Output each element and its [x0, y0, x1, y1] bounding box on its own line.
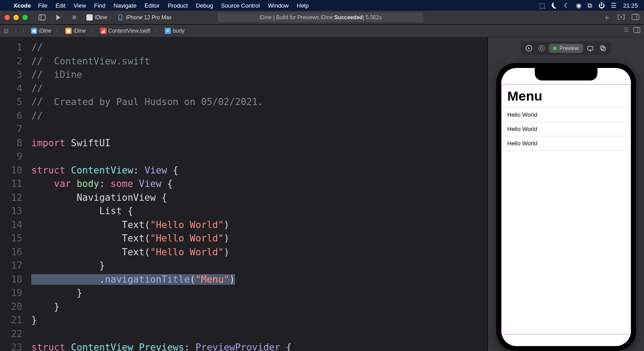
preview-canvas: Preview Menu Hello WorldHello WorldHello…	[488, 37, 644, 351]
globe-icon[interactable]: ◉	[576, 2, 581, 9]
code-line[interactable]: List {	[31, 204, 487, 218]
code-line[interactable]: // Created by Paul Hudson on 05/02/2021.	[31, 95, 487, 109]
minimap-toggle[interactable]: ☰	[624, 27, 629, 34]
line-number: 10	[0, 164, 22, 178]
menu-source-control[interactable]: Source Control	[221, 2, 260, 9]
menu-view[interactable]: View	[73, 2, 86, 9]
menu-file[interactable]: File	[38, 2, 47, 9]
code-line[interactable]: Text("Hello World")	[31, 218, 487, 232]
code-line[interactable]: .navigationTitle("Menu")	[31, 273, 487, 287]
app-name[interactable]: Xcode	[13, 2, 31, 9]
menu-debug[interactable]: Debug	[196, 2, 213, 9]
code-line[interactable]: }	[31, 259, 487, 273]
code-line[interactable]: // iDine	[31, 68, 487, 82]
svg-rect-14	[600, 46, 604, 50]
code-line[interactable]: struct ContentView_Previews: PreviewProv…	[31, 341, 487, 351]
menu-product[interactable]: Product	[168, 2, 188, 9]
line-number: 12	[0, 191, 22, 205]
menu-navigate[interactable]: Navigate	[114, 2, 136, 9]
code-line[interactable]: //	[31, 41, 487, 55]
close-window-button[interactable]	[4, 15, 10, 20]
activity-status[interactable]: iDine | Build for Previews iDine: Succee…	[218, 13, 423, 22]
code-line[interactable]: struct ContentView: View {	[31, 164, 487, 178]
code-line[interactable]: NavigationView {	[31, 191, 487, 205]
status-time: | 5.562s	[363, 14, 381, 21]
svg-rect-2	[73, 16, 76, 19]
stop-button[interactable]	[68, 13, 81, 22]
xcode-toolbar: iDine 〉 iPhone 12 Pro Max iDine | Build …	[0, 11, 644, 25]
code-line[interactable]: import SwiftUI	[31, 136, 487, 150]
code-line[interactable]	[31, 123, 487, 136]
list-item[interactable]: Hello World	[501, 108, 631, 122]
control-center-icon[interactable]: ☰	[611, 2, 617, 9]
menu-help[interactable]: Help	[297, 2, 309, 9]
nav-back-button[interactable]: 〈	[12, 27, 17, 34]
adjust-editor-options[interactable]	[633, 27, 640, 34]
crumb-project[interactable]: ▣iDine	[31, 28, 51, 34]
line-number: 16	[0, 245, 22, 259]
svg-rect-0	[39, 15, 45, 20]
live-preview-button[interactable]	[524, 43, 534, 53]
svg-rect-5	[632, 14, 639, 20]
crumb-folder[interactable]: ▣iDine	[65, 28, 85, 34]
toggle-navigator-button[interactable]	[36, 13, 48, 22]
list-item[interactable]: Hello World	[501, 136, 631, 151]
code-line[interactable]: // ContentView.swift	[31, 55, 487, 68]
device-settings-button[interactable]	[585, 43, 596, 53]
menu-find[interactable]: Find	[94, 2, 105, 9]
crumb-file[interactable]: ◢ContentView.swift	[100, 28, 151, 34]
nav-forward-button[interactable]: 〉	[22, 27, 27, 34]
minimize-window-button[interactable]	[13, 15, 19, 20]
dropbox-icon[interactable]: ⬚	[539, 2, 545, 9]
menu-window[interactable]: Window	[268, 2, 289, 9]
toggle-inspector-button[interactable]	[631, 14, 640, 21]
do-not-disturb-icon[interactable]: ☾	[564, 2, 570, 9]
duplicate-preview-button[interactable]	[597, 43, 608, 53]
code-line[interactable]: var body: some View {	[31, 177, 487, 191]
phone-screen[interactable]: Menu Hello WorldHello WorldHello World	[501, 68, 631, 346]
crumb-symbol[interactable]: Pbody	[165, 28, 184, 34]
svg-rect-15	[601, 47, 605, 51]
line-number: 4	[0, 82, 22, 96]
power-icon[interactable]: ⏻	[598, 2, 605, 9]
zoom-window-button[interactable]	[22, 15, 28, 20]
mac-menubar: Xcode FileEditViewFindNavigateEditorProd…	[0, 0, 644, 11]
menu-edit[interactable]: Edit	[55, 2, 65, 9]
line-number: 7	[0, 123, 22, 136]
related-items-button[interactable]: ▤	[4, 28, 9, 34]
status-result: Succeeded	[334, 14, 363, 21]
disk-icon[interactable]: ⏾	[551, 2, 558, 9]
line-number: 15	[0, 232, 22, 245]
code-line[interactable]: Text("Hello World")	[31, 245, 487, 259]
run-button[interactable]	[52, 13, 64, 22]
code-review-button[interactable]	[617, 14, 625, 21]
code-line[interactable]	[31, 150, 487, 164]
safe-area-guide	[501, 84, 502, 334]
code-line[interactable]	[31, 327, 487, 341]
code-line[interactable]: }	[31, 286, 487, 300]
code-line[interactable]: }	[31, 313, 487, 327]
line-number: 20	[0, 300, 22, 314]
code-line[interactable]: }	[31, 300, 487, 314]
code-editor[interactable]: 1234567891011121314151617181920212223 //…	[0, 37, 488, 351]
safe-area-guide	[501, 334, 631, 334]
code-line[interactable]: //	[31, 82, 487, 96]
svg-point-10	[539, 46, 545, 51]
menu-editor[interactable]: Editor	[145, 2, 160, 9]
line-number: 18	[0, 273, 22, 287]
bluetooth-icon[interactable]: ⧉	[588, 2, 592, 9]
scheme-selector[interactable]: iDine 〉 iPhone 12 Pro Max	[84, 12, 171, 23]
code-content[interactable]: //// ContentView.swift// iDine//// Creat…	[27, 37, 487, 351]
main-area: 1234567891011121314151617181920212223 //…	[0, 37, 644, 351]
status-prefix: iDine | Build for Previews iDine:	[260, 14, 334, 21]
clock[interactable]: 21:25	[623, 2, 638, 9]
preview-status-pill[interactable]: Preview	[549, 44, 583, 53]
list-item[interactable]: Hello World	[501, 122, 631, 136]
line-number: 2	[0, 55, 22, 68]
code-line[interactable]: //	[31, 109, 487, 123]
add-button[interactable]: ＋	[603, 12, 611, 23]
window-controls	[4, 15, 28, 20]
code-line[interactable]: Text("Hello World")	[31, 232, 487, 245]
safe-area-guide	[631, 84, 631, 334]
selectable-preview-button[interactable]	[536, 43, 547, 53]
